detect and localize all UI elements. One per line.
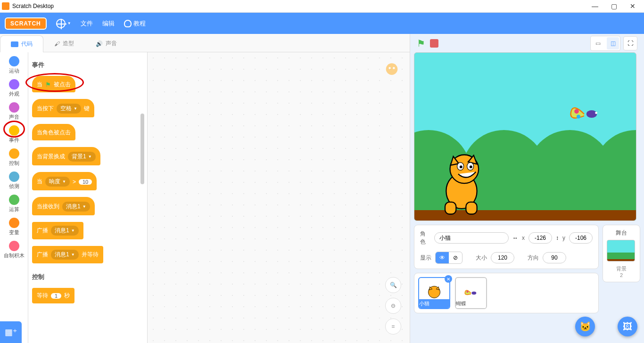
add-sprite-button[interactable]: 🐱 bbox=[575, 317, 595, 336]
cat-sprite-on-stage[interactable] bbox=[433, 150, 490, 216]
scratch-logo: SCRATCH bbox=[5, 17, 47, 30]
sprite-item-butterfly[interactable]: 蝴蝶 bbox=[455, 277, 487, 309]
sprite-size-input[interactable] bbox=[491, 252, 514, 263]
category-motion[interactable]: 运动 bbox=[9, 56, 19, 74]
block-when-flag-clicked[interactable]: 当⚑被点击 bbox=[32, 76, 75, 92]
svg-rect-11 bbox=[445, 202, 456, 214]
language-menu[interactable]: ▼ bbox=[56, 19, 71, 28]
xy-icon: ↔ bbox=[512, 235, 518, 241]
zoom-reset-button[interactable]: = bbox=[385, 318, 401, 335]
category-variables[interactable]: 变量 bbox=[9, 218, 19, 236]
svg-point-14 bbox=[595, 112, 597, 114]
hide-sprite-button[interactable]: ⊘ bbox=[449, 252, 462, 263]
svg-point-8 bbox=[460, 165, 462, 168]
file-menu[interactable]: 文件 bbox=[81, 19, 93, 28]
tab-code[interactable]: 代码 bbox=[0, 35, 43, 52]
editor-pane: 代码 🖌造型 🔊声音 运动 外观 声音 事件 控制 侦测 运算 变量 自制积木 … bbox=[0, 34, 410, 343]
section-control: 控制 bbox=[32, 273, 143, 281]
svg-point-2 bbox=[393, 67, 395, 69]
block-palette: 事件 当⚑被点击 当按下空格▼键 当角色被点击 当背景换成背景1▼ 当响度▼>1… bbox=[28, 52, 148, 343]
butterfly-sprite-on-stage[interactable] bbox=[565, 100, 603, 128]
block-when-receive[interactable]: 当接收到消息1▼ bbox=[32, 197, 95, 215]
category-looks[interactable]: 外观 bbox=[9, 79, 19, 98]
green-flag-button[interactable]: ⚑ bbox=[417, 38, 425, 49]
xy-icon-v: ↕ bbox=[556, 235, 559, 241]
large-stage-button[interactable]: ◫ bbox=[607, 37, 619, 49]
close-button[interactable]: ✕ bbox=[623, 2, 642, 10]
edit-menu[interactable]: 编辑 bbox=[102, 19, 115, 28]
work-area: 运动 外观 声音 事件 控制 侦测 运算 变量 自制积木 事件 当⚑被点击 当按… bbox=[0, 52, 410, 343]
zoom-in-button[interactable]: 🔍 bbox=[385, 277, 401, 293]
section-events: 事件 bbox=[32, 61, 143, 69]
svg-point-1 bbox=[388, 67, 390, 69]
window-title: Scratch Desktop bbox=[12, 3, 586, 9]
sprite-thumbnail-watermark bbox=[381, 61, 402, 82]
tab-sounds[interactable]: 🔊声音 bbox=[85, 35, 128, 52]
tab-bar: 代码 🖌造型 🔊声音 bbox=[0, 34, 410, 52]
delete-sprite-button[interactable]: ✕ bbox=[445, 275, 452, 283]
add-backdrop-button[interactable]: 🖼 bbox=[618, 317, 637, 336]
zoom-controls: 🔍 ⊖ = bbox=[385, 277, 401, 335]
stage-size-toggle: ▭ ◫ bbox=[590, 36, 620, 51]
add-extension-button[interactable]: ▦⁺ bbox=[0, 321, 22, 343]
svg-rect-12 bbox=[466, 202, 477, 214]
sprite-x-input[interactable] bbox=[528, 232, 552, 244]
brush-icon: 🖌 bbox=[54, 41, 60, 47]
app-icon bbox=[2, 2, 9, 10]
block-wait[interactable]: 等待1秒 bbox=[32, 288, 74, 303]
svg-point-0 bbox=[386, 63, 398, 75]
sprite-direction-input[interactable] bbox=[543, 252, 566, 263]
category-sensing[interactable]: 侦测 bbox=[9, 172, 19, 190]
show-sprite-button[interactable]: 👁 bbox=[436, 252, 449, 263]
stop-button[interactable] bbox=[430, 39, 438, 48]
sprite-list: ✕ 小猫 蝴蝶 bbox=[414, 273, 599, 313]
svg-point-20 bbox=[471, 292, 476, 295]
stage[interactable] bbox=[414, 52, 636, 221]
palette-scrollbar[interactable] bbox=[140, 114, 144, 184]
category-sound[interactable]: 声音 bbox=[9, 102, 19, 121]
content-area: 代码 🖌造型 🔊声音 运动 外观 声音 事件 控制 侦测 运算 变量 自制积木 … bbox=[0, 34, 644, 343]
fullscreen-button[interactable]: ⛶ bbox=[623, 36, 637, 50]
svg-point-15 bbox=[574, 109, 579, 114]
svg-point-13 bbox=[586, 110, 597, 118]
flag-icon: ⚑ bbox=[45, 81, 51, 88]
stage-pane: ⚑ ▭ ◫ ⛶ bbox=[410, 34, 644, 343]
block-when-sprite-clicked[interactable]: 当角色被点击 bbox=[32, 124, 75, 140]
svg-point-21 bbox=[466, 291, 468, 293]
sprite-info-panel: 角色 ↔ x ↕ y 显示 👁 ⊘ bbox=[414, 225, 599, 269]
globe-icon bbox=[56, 19, 66, 28]
bulb-icon bbox=[124, 20, 132, 27]
category-control[interactable]: 控制 bbox=[9, 148, 19, 167]
category-myblocks[interactable]: 自制积木 bbox=[4, 241, 25, 259]
window-titlebar: Scratch Desktop — ▢ ✕ bbox=[0, 0, 644, 13]
category-events[interactable]: 事件 bbox=[9, 125, 19, 144]
stage-header: ⚑ ▭ ◫ ⛶ bbox=[410, 34, 644, 52]
sprite-name-input[interactable] bbox=[434, 232, 509, 244]
tutorials-menu[interactable]: 教程 bbox=[124, 19, 146, 28]
svg-point-16 bbox=[577, 115, 580, 119]
small-stage-button[interactable]: ▭ bbox=[592, 37, 604, 49]
minimize-button[interactable]: — bbox=[586, 2, 604, 10]
category-operators[interactable]: 运算 bbox=[9, 195, 19, 213]
menu-bar: SCRATCH ▼ 文件 编辑 教程 bbox=[0, 13, 644, 34]
code-icon bbox=[11, 41, 18, 47]
speaker-icon: 🔊 bbox=[96, 41, 103, 47]
block-broadcast[interactable]: 广播消息1▼ bbox=[32, 222, 83, 239]
stage-selector[interactable]: 舞台 背景 2 bbox=[603, 225, 640, 282]
sprite-name-label: 角色 bbox=[420, 230, 430, 246]
scripts-canvas[interactable]: 🔍 ⊖ = bbox=[148, 52, 410, 343]
zoom-out-button[interactable]: ⊖ bbox=[385, 298, 401, 314]
sprite-item-cat[interactable]: ✕ 小猫 bbox=[418, 277, 450, 309]
block-broadcast-wait[interactable]: 广播消息1▼并等待 bbox=[32, 246, 103, 263]
maximize-button[interactable]: ▢ bbox=[604, 2, 623, 10]
sprite-y-input[interactable] bbox=[569, 232, 593, 244]
tab-costumes[interactable]: 🖌造型 bbox=[43, 35, 85, 52]
block-when-greater-than[interactable]: 当响度▼>10 bbox=[32, 172, 97, 190]
svg-point-10 bbox=[470, 165, 472, 168]
stage-thumbnail[interactable] bbox=[607, 240, 635, 261]
category-column: 运动 外观 声音 事件 控制 侦测 运算 变量 自制积木 bbox=[0, 52, 28, 343]
block-when-key-pressed[interactable]: 当按下空格▼键 bbox=[32, 99, 94, 117]
block-when-backdrop-switches[interactable]: 当背景换成背景1▼ bbox=[32, 147, 100, 165]
